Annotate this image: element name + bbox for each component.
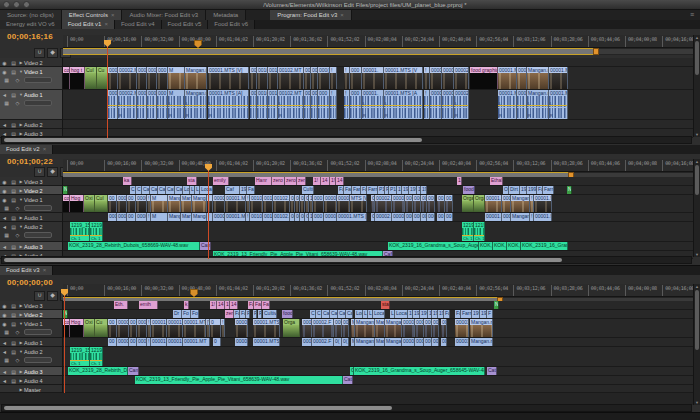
clip[interactable]: 0010 <box>257 67 268 89</box>
clip[interactable]: Mangan <box>168 195 181 212</box>
clip[interactable]: Fo <box>191 310 199 318</box>
clip[interactable]: Can <box>200 242 211 250</box>
clip[interactable]: Mangan.m <box>470 338 493 346</box>
track-style-icon[interactable]: ▤ <box>9 215 18 221</box>
clip[interactable]: ka <box>123 177 132 185</box>
clip[interactable]: 00002 <box>392 213 405 221</box>
track-lane-video-1[interactable]: corHogOxiCul000000000000!MManganMarManga… <box>63 195 693 213</box>
clip[interactable]: 00 <box>250 90 257 119</box>
clip[interactable]: ! <box>330 90 337 119</box>
current-timecode[interactable]: 00;00;00;00 <box>7 278 53 287</box>
clip[interactable]: KOK_2319_16_Grandm <box>521 242 568 250</box>
clip[interactable]: 1219_15Ch. 1 <box>70 222 90 241</box>
clip[interactable]: KOK_2319_16_Grandma_s_Soup_Auger_658645-… <box>354 367 485 375</box>
clip[interactable]: 00001.N <box>455 319 469 337</box>
track-style-icon[interactable]: ▤ <box>9 312 18 318</box>
clip[interactable]: Ca <box>330 310 338 318</box>
clip[interactable]: Ca <box>158 186 166 194</box>
clip[interactable]: 000 <box>137 67 147 89</box>
clip[interactable]: 00001.MTS <box>183 319 206 337</box>
snap-icon[interactable]: ∪ <box>34 291 45 301</box>
clip[interactable]: 00001.MTS [A <box>337 213 367 221</box>
display-style-icon[interactable]: ▦ <box>2 357 11 363</box>
clip[interactable]: P <box>258 310 262 318</box>
clip[interactable]: 199 <box>420 310 428 318</box>
track-lane-video-3[interactable]: Eth.emihk1!141!14FaFanFanstaN <box>63 301 693 310</box>
track-header-audio-1[interactable]: ◄▤▶Audio 1 <box>0 213 63 222</box>
clip[interactable]: 0000 <box>430 90 442 119</box>
clip[interactable]: 0 <box>213 338 221 346</box>
clip[interactable]: P <box>253 310 257 318</box>
clip[interactable]: 00102.MT <box>278 67 304 89</box>
clip[interactable]: Mar <box>181 195 192 212</box>
track-header-video-3[interactable]: ◉▤▶Video 3 <box>0 301 63 310</box>
clip[interactable]: Caf <box>346 310 353 318</box>
clip[interactable]: Mangan.r <box>355 338 375 346</box>
track-style-icon[interactable]: ▤ <box>9 92 18 98</box>
clip[interactable]: 00001.MTS [V <box>384 67 423 89</box>
clip[interactable]: P1! <box>378 186 385 194</box>
clip[interactable]: Farm <box>543 186 554 194</box>
speaker-icon[interactable]: ◄ <box>0 378 9 384</box>
clip[interactable]: Mangan <box>192 195 207 212</box>
track-style-icon[interactable]: ▤ <box>9 69 18 75</box>
clip[interactable]: cor <box>63 195 70 212</box>
track-style-icon[interactable]: ▤ <box>9 321 18 327</box>
track-style-icon[interactable]: ▤ <box>9 179 18 185</box>
vertical-scrollbar[interactable]: ▲▼ <box>693 284 700 405</box>
close-icon[interactable]: × <box>340 12 344 18</box>
clip[interactable]: 00002 <box>454 67 469 89</box>
clip[interactable]: 000 <box>108 67 118 89</box>
clip[interactable]: Dirt R <box>509 186 520 194</box>
clip[interactable]: food- <box>282 310 293 318</box>
clip[interactable]: Mangan.r <box>355 319 375 337</box>
clip[interactable]: N <box>63 186 68 194</box>
clip[interactable]: 00002.F <box>375 195 392 212</box>
time-ruler[interactable]: 00;0000;00;16;0000;00;32;0000;00;48;0000… <box>63 284 693 297</box>
clip[interactable]: 00001.MTS [A]LR <box>208 90 249 119</box>
clip[interactable]: 00002.MLR <box>118 90 137 119</box>
clip[interactable]: 000 <box>424 338 432 346</box>
clip[interactable]: 000 <box>137 338 147 346</box>
clip[interactable]: sta <box>187 177 197 185</box>
track-header-audio-1[interactable]: ◄▤▶Audio 1 <box>0 338 63 347</box>
clip[interactable]: 00001.MT <box>225 195 246 212</box>
clip[interactable]: 000 <box>302 338 312 346</box>
clip[interactable]: 00 <box>311 67 318 89</box>
clip[interactable]: 000 <box>350 90 362 119</box>
clip[interactable]: Caf <box>166 186 175 194</box>
clip[interactable]: Farm S <box>367 186 378 194</box>
clip[interactable]: Orga <box>474 195 485 212</box>
eye-icon[interactable]: ◉ <box>0 197 9 203</box>
clip[interactable]: P10 <box>389 186 397 194</box>
clip[interactable]: 00001.M <box>549 67 568 89</box>
clip[interactable]: Eth. <box>114 301 128 309</box>
clip[interactable]: ! <box>221 319 225 337</box>
clip[interactable]: 00 <box>250 67 257 89</box>
track-header-video-2[interactable]: ◉▤▶Video 2 <box>0 58 63 67</box>
track-style-icon[interactable]: ▤ <box>9 369 18 375</box>
clip[interactable]: Fan <box>254 301 262 309</box>
clip[interactable]: Cul <box>85 67 97 89</box>
snap-icon[interactable]: ∪ <box>34 167 45 177</box>
clip[interactable]: Cat <box>343 376 353 384</box>
clip[interactable]: 00002LR <box>454 90 469 119</box>
clip[interactable]: M <box>168 67 185 89</box>
clip[interactable]: 00001.MTS [ALR <box>384 90 423 119</box>
clip[interactable]: food graphic <box>470 67 498 89</box>
clip[interactable]: 00001.N <box>117 319 129 337</box>
clip[interactable]: 00001.LR <box>362 90 384 119</box>
keyframe-icon[interactable]: ◇ <box>13 205 22 211</box>
speaker-icon[interactable]: ◄ <box>0 244 9 250</box>
keyframe-nav-pill[interactable] <box>24 77 52 83</box>
horizontal-scrollbar[interactable] <box>1 256 692 264</box>
clip[interactable]: 0010 <box>268 90 278 119</box>
clip[interactable]: 001z <box>263 195 273 212</box>
window-zoom-button[interactable] <box>23 1 30 8</box>
clip[interactable]: 00102.N <box>273 213 290 221</box>
tab-sequence[interactable]: Food Edit v2× <box>0 145 53 154</box>
clip[interactable]: 000 <box>313 195 324 212</box>
clip[interactable]: zero <box>272 177 285 185</box>
clip[interactable]: Cultiv <box>263 310 277 318</box>
close-icon[interactable]: × <box>43 146 47 152</box>
